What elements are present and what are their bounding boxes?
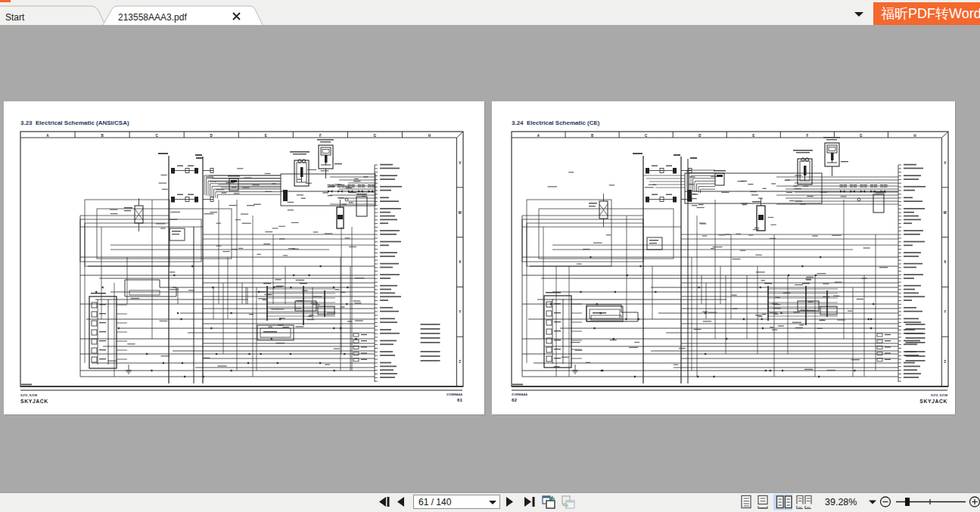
svg-text:H: H [913, 134, 916, 138]
svg-text:V: V [459, 161, 462, 165]
svg-text:C: C [155, 134, 158, 138]
svg-text:SJ72, SJ1M: SJ72, SJ1M [20, 393, 38, 397]
svg-text:F: F [806, 134, 808, 138]
svg-text:X: X [944, 260, 947, 264]
svg-text:B: B [101, 134, 104, 138]
svg-text:A: A [46, 134, 49, 138]
svg-text:213888AAA: 213888AAA [446, 393, 462, 396]
svg-text:B: B [591, 134, 594, 138]
svg-text:H: H [428, 134, 431, 138]
svg-text:3.24 Electrical Schematic (CE: 3.24 Electrical Schematic (CE) [512, 119, 600, 126]
svg-text:62: 62 [512, 397, 517, 402]
svg-text:SJ72, SJ1M: SJ72, SJ1M [931, 393, 948, 397]
svg-text:Y: Y [944, 310, 946, 314]
svg-text:39.28%: 39.28% [825, 497, 857, 507]
svg-text:Start: Start [5, 12, 25, 23]
svg-text:D: D [210, 134, 213, 138]
svg-text:213888AAA: 213888AAA [512, 393, 527, 396]
svg-text:E: E [265, 134, 267, 138]
svg-text:SKYJACK: SKYJACK [919, 399, 947, 404]
svg-text:W: W [944, 211, 947, 215]
svg-text:F: F [319, 134, 322, 138]
svg-text:D: D [698, 134, 702, 138]
svg-text:A: A [537, 134, 540, 138]
svg-text:Y: Y [459, 310, 461, 314]
svg-text:G: G [374, 134, 377, 138]
svg-text:W: W [459, 211, 462, 215]
svg-text:3.23 Electrical Schematic (AN: 3.23 Electrical Schematic (ANSI/CSA) [20, 119, 129, 126]
svg-text:Z: Z [459, 360, 461, 364]
svg-text:X: X [459, 260, 462, 264]
svg-text:Z: Z [944, 360, 946, 364]
svg-text:61: 61 [457, 397, 462, 402]
svg-text:C: C [645, 134, 648, 138]
svg-text:213558AAA3.pdf: 213558AAA3.pdf [118, 12, 187, 23]
svg-text:61 / 140: 61 / 140 [418, 497, 452, 507]
svg-text:SKYJACK: SKYJACK [20, 399, 48, 404]
svg-text:V: V [944, 161, 947, 165]
svg-text:E: E [752, 134, 754, 138]
svg-text:G: G [860, 134, 863, 138]
